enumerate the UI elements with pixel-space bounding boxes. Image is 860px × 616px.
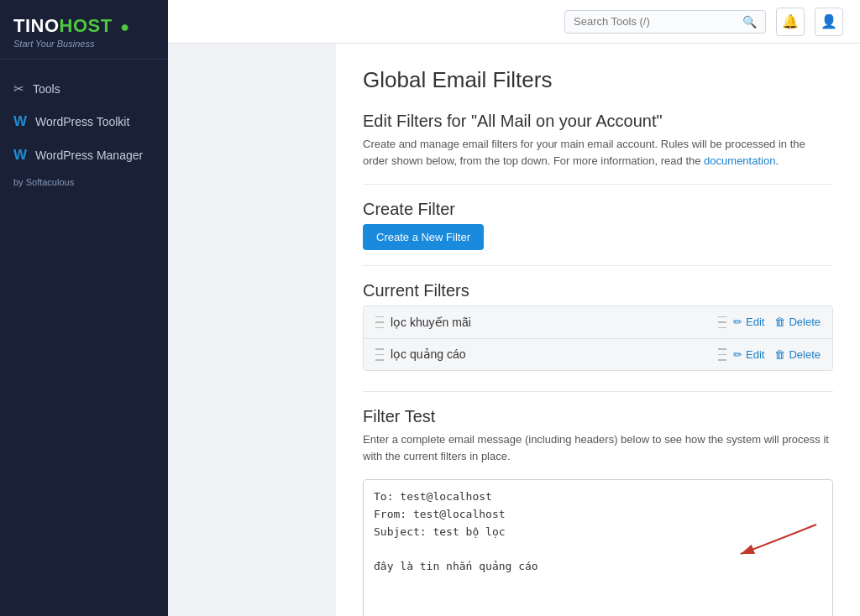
divider-2	[363, 265, 833, 266]
sidebar-item-tools-label: Tools	[33, 82, 60, 96]
table-row: lọc khuyến mãi ✏ Edit 🗑 Delete	[364, 306, 832, 339]
trash-icon-2: 🗑	[774, 348, 785, 361]
edit-filter-1-button[interactable]: ✏ Edit	[733, 316, 764, 328]
current-filters-heading: Current Filters	[363, 281, 833, 300]
sidebar-item-wordpress-toolkit[interactable]: W WordPress Toolkit	[0, 105, 168, 138]
filter-test-desc: Enter a complete email message (includin…	[363, 431, 833, 464]
search-bar[interactable]: 🔍	[564, 10, 766, 34]
sidebar-item-wordpress-manager[interactable]: W WordPress Manager	[0, 138, 168, 172]
filter-test-textarea[interactable]: To: test@localhost From: test@localhost …	[363, 479, 833, 616]
logo: TINOHOST ● Start Your Business	[0, 0, 168, 60]
filter-list: lọc khuyến mãi ✏ Edit 🗑 Delete lọc quảng…	[363, 305, 833, 371]
sidebar-item-wordpress-toolkit-label: WordPress Toolkit	[35, 115, 129, 128]
logo-subtitle: Start Your Business	[13, 39, 155, 49]
sidebar-nav: ✂ Tools W WordPress Toolkit W WordPress …	[0, 60, 168, 616]
drag-handle-right-2[interactable]	[718, 347, 726, 363]
create-filter-heading: Create Filter	[363, 200, 833, 219]
tools-icon: ✂	[13, 81, 24, 97]
filter-actions-2: ✏ Edit 🗑 Delete	[733, 348, 821, 361]
search-input[interactable]	[574, 15, 737, 28]
sidebar-item-tools[interactable]: ✂ Tools	[0, 73, 168, 105]
user-profile[interactable]: 👤	[815, 8, 843, 36]
wordpress-manager-icon: W	[13, 147, 27, 164]
create-new-filter-button[interactable]: Create a New Filter	[363, 224, 484, 250]
filter-actions-1: ✏ Edit 🗑 Delete	[733, 316, 821, 328]
divider-3	[363, 391, 833, 392]
sidebar: TINOHOST ● Start Your Business ✂ Tools W…	[0, 0, 168, 616]
table-row: lọc quảng cáo ✏ Edit 🗑 Delete	[364, 339, 832, 371]
divider-1	[363, 184, 833, 185]
logo-icon: ●	[120, 18, 129, 35]
search-icon: 🔍	[742, 15, 757, 29]
filter-name-1: lọc khuyến mãi	[391, 316, 711, 329]
user-icon: 👤	[821, 13, 837, 29]
delete-filter-1-button[interactable]: 🗑 Delete	[774, 316, 821, 328]
main-content: Global Email Filters Edit Filters for "A…	[336, 44, 860, 616]
page-title: Global Email Filters	[363, 67, 833, 93]
documentation-link[interactable]: documentation	[704, 154, 775, 167]
header: 🔍 🔔 👤	[168, 0, 860, 44]
pencil-icon-2: ✏	[733, 348, 742, 361]
filter-test-heading: Filter Test	[363, 407, 833, 426]
edit-filters-heading: Edit Filters for "All Mail on your Accou…	[363, 112, 833, 131]
trash-icon: 🗑	[774, 316, 785, 328]
drag-handle-left-2[interactable]	[375, 347, 384, 363]
bell-icon: 🔔	[782, 13, 799, 29]
drag-handle-left-1[interactable]	[375, 315, 384, 330]
wordpress-toolkit-icon: W	[13, 113, 27, 130]
edit-filters-desc: Create and manage email filters for your…	[363, 136, 833, 169]
by-softaculous-label: by Softaculous	[0, 172, 168, 189]
notification-bell[interactable]: 🔔	[776, 8, 805, 36]
sidebar-item-wordpress-manager-label: WordPress Manager	[35, 149, 143, 162]
edit-filter-2-button[interactable]: ✏ Edit	[733, 348, 764, 361]
pencil-icon: ✏	[733, 316, 742, 328]
delete-filter-2-button[interactable]: 🗑 Delete	[774, 348, 821, 361]
logo-host: HOST	[60, 15, 113, 36]
filter-name-2: lọc quảng cáo	[391, 347, 711, 361]
filter-test-wrapper: To: test@localhost From: test@localhost …	[363, 479, 833, 616]
logo-tino: TINO	[13, 15, 60, 36]
drag-handle-right-1[interactable]	[718, 315, 726, 330]
